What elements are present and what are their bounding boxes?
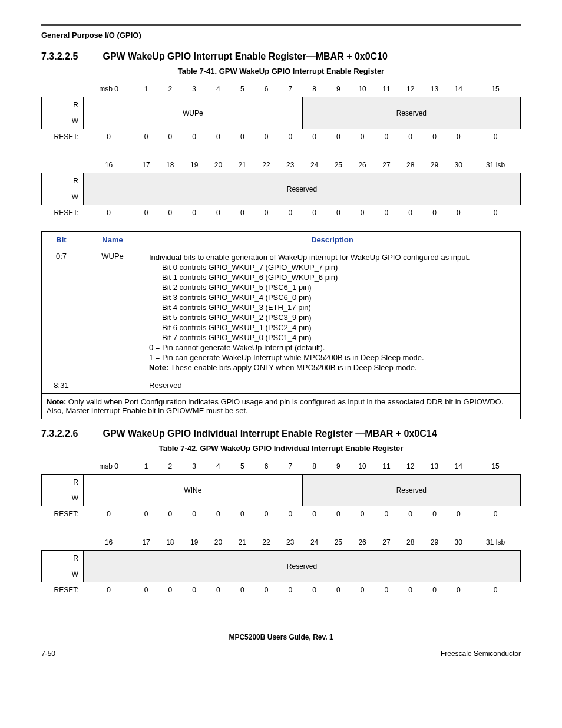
desc-name-reserved: — xyxy=(81,377,144,394)
table-42-caption: Table 7-42. GPW WakeUp GPIO Individual I… xyxy=(41,444,521,453)
section-1-num: 7.3.2.2.5 xyxy=(41,51,100,62)
footer-center: MPC5200B Users Guide, Rev. 1 xyxy=(41,633,521,641)
section-2-num: 7.3.2.2.6 xyxy=(41,429,100,439)
section-2-title: 7.3.2.2.6 GPW WakeUp GPIO Individual Int… xyxy=(41,429,521,439)
footer-right: Freescale Semiconductor xyxy=(441,650,521,658)
field-reserved-top: Reserved xyxy=(302,97,520,129)
bit-table-1: msb 0123 4567 891011 12131415 R WUPe Res… xyxy=(41,81,521,220)
bit-table-2: msb 0123 4567 891011 12131415 R WINe Res… xyxy=(41,459,521,598)
desc-bit-8-31: 8:31 xyxy=(42,377,81,394)
desc-text-8-31: Reserved xyxy=(144,377,521,394)
col-name: Name xyxy=(81,232,144,248)
field-WINe: WINe xyxy=(84,475,303,506)
row-R: R xyxy=(42,97,84,113)
desc-name-wupe: WUPe xyxy=(81,248,144,377)
field-reserved-bot: Reserved xyxy=(84,173,521,205)
field-reserved-top2: Reserved xyxy=(302,475,520,506)
page-footer: MPC5200B Users Guide, Rev. 1 7-50 Freesc… xyxy=(41,633,521,658)
top-rule xyxy=(41,24,521,26)
desc-bit-0-7: 0:7 xyxy=(42,248,81,377)
row-reset: RESET: xyxy=(42,129,84,145)
desc-text-0-7: Individual bits to enable generation of … xyxy=(144,248,521,377)
table-41-caption: Table 7-41. GPW WakeUp GPIO Interrupt En… xyxy=(41,67,521,75)
footer-left: 7-50 xyxy=(41,650,55,658)
col-bit: Bit xyxy=(42,232,81,248)
field-reserved-bot2: Reserved xyxy=(84,551,521,582)
row-W: W xyxy=(42,113,84,129)
section-1-text: GPW WakeUp GPIO Interrupt Enable Registe… xyxy=(103,51,388,61)
desc-table: Bit Name Description 0:7 WUPe Individual… xyxy=(41,231,521,419)
col-desc: Description xyxy=(144,232,521,248)
section-1-title: 7.3.2.2.5 GPW WakeUp GPIO Interrupt Enab… xyxy=(41,51,521,62)
field-WUPe: WUPe xyxy=(84,97,303,129)
page-header: General Purpose I/O (GPIO) xyxy=(41,31,521,39)
section-2-text: GPW WakeUp GPIO Individual Interrupt Ena… xyxy=(103,429,437,439)
table-footnote: Note: Only valid when Port Configuration… xyxy=(42,394,521,419)
